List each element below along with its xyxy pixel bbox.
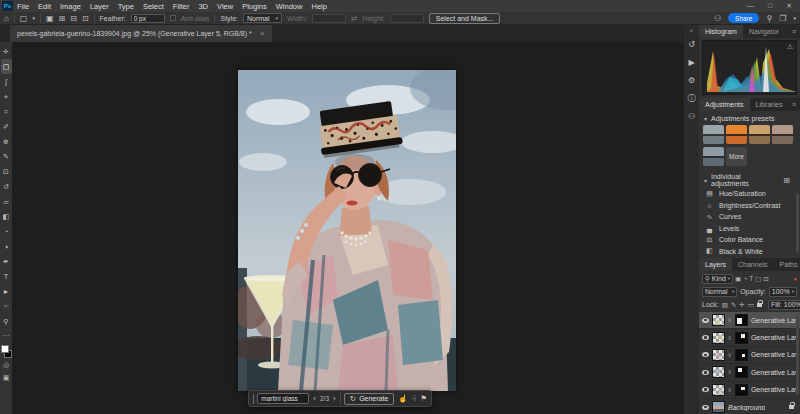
filter-smart-objects-icon[interactable]: ⊡ [763, 275, 768, 283]
layer-mask-thumbnail[interactable] [735, 366, 748, 378]
color-swatches[interactable] [1, 345, 12, 358]
layer-row-generative-1[interactable]: ∞ Generative Layer 1 [699, 382, 800, 399]
share-button[interactable]: Share [728, 13, 759, 23]
info-icon[interactable]: ⓘ [685, 91, 699, 106]
fill-select[interactable]: Fill: 100% ▾ [768, 300, 800, 310]
chevron-down-icon[interactable]: ▾ [32, 14, 35, 23]
hand-tool[interactable]: ☜ [1, 299, 12, 314]
more-presets-button[interactable]: More [726, 147, 747, 166]
layer-thumbnail[interactable] [712, 401, 725, 413]
filter-adjustment-layers-icon[interactable]: ◔ [743, 275, 747, 282]
menu-item[interactable]: File [17, 2, 29, 11]
report-flag-icon[interactable]: ⚑ [420, 394, 427, 403]
select-and-mask-button[interactable]: Select and Mask... [429, 13, 501, 24]
preset-thumbnail[interactable] [703, 147, 724, 166]
subtract-selection-icon[interactable]: ⊟ [70, 14, 77, 23]
tab-adjustments[interactable]: Adjustments [699, 98, 750, 111]
home-icon[interactable]: ⌂ [4, 14, 9, 23]
feather-input[interactable] [131, 14, 165, 23]
individual-adjustments-header[interactable]: ▾ Individual adjustments ⊞ [699, 174, 800, 186]
layer-row-generative-2[interactable]: ∞ Generative Layer 2 [699, 364, 800, 381]
lock-position-icon[interactable]: ✛ [739, 301, 744, 309]
tab-layers[interactable]: Layers [699, 258, 732, 271]
opacity-select[interactable]: 100% ▾ [769, 287, 797, 297]
thumbs-down-icon[interactable]: ☟ [412, 394, 417, 403]
next-variation-icon[interactable]: › [333, 394, 336, 403]
adjustment-item[interactable]: ◧ Black & White [699, 246, 800, 258]
move-tool[interactable]: ✛ [1, 44, 12, 59]
object-selection-tool[interactable]: ⌖ [1, 89, 12, 104]
collapse-panels-icon[interactable]: « [690, 27, 693, 33]
scrollbar-thumb[interactable] [796, 193, 799, 253]
search-icon[interactable]: ⚲ [766, 14, 772, 23]
menu-item[interactable]: Edit [38, 2, 51, 11]
adjustment-item[interactable]: ▤ Hue/Saturation [699, 188, 800, 200]
menu-item[interactable]: Plugins [242, 2, 267, 11]
filter-kind-select[interactable]: ⚲ Kind ▾ [702, 274, 733, 284]
layer-row-background[interactable]: Background [699, 399, 800, 414]
foreground-color-swatch[interactable] [1, 345, 9, 353]
document-tab[interactable]: pexels-gabriela-guerino-1839904.jpg @ 25… [10, 25, 272, 42]
clone-stamp-tool[interactable]: ⊡ [1, 164, 12, 179]
panel-menu-icon[interactable]: ≡ [792, 101, 800, 108]
chevron-down-icon[interactable]: ▾ [793, 14, 796, 23]
blend-mode-select[interactable]: Normal ▾ [702, 287, 737, 297]
preset-thumbnail[interactable] [703, 125, 724, 144]
adjustment-item[interactable]: ⚖ Color Balance [699, 234, 800, 246]
visibility-eye-icon[interactable] [702, 370, 709, 375]
canvas-area[interactable]: ‹ 2/3 › ↻ Generate ☝ ☟ ⚑ [12, 42, 683, 414]
width-input[interactable] [312, 14, 346, 23]
tab-libraries[interactable]: Libraries [750, 98, 789, 111]
layer-mask-thumbnail[interactable] [735, 384, 748, 396]
mask-link-icon[interactable]: ∞ [727, 336, 733, 340]
zoom-tool[interactable]: ⚲ [1, 314, 12, 329]
style-select[interactable]: Normal ▾ [243, 13, 282, 23]
menu-item[interactable]: Window [276, 2, 303, 11]
visibility-eye-icon[interactable] [702, 387, 709, 392]
preset-thumbnail[interactable] [749, 125, 770, 144]
scrollbar-thumb[interactable] [796, 315, 799, 395]
layer-mask-thumbnail[interactable] [735, 314, 748, 326]
menu-item[interactable]: Image [60, 2, 81, 11]
layer-row-generative-4[interactable]: ∞ Generative Layer 4 [699, 329, 800, 346]
adjustment-item[interactable]: ☼ Brightness/Contrast [699, 200, 800, 212]
workspace-switcher-icon[interactable]: ❐ [779, 14, 786, 23]
layer-thumbnail[interactable] [712, 384, 725, 396]
new-selection-icon[interactable]: ▣ [46, 14, 54, 23]
close-tab-icon[interactable]: ✕ [260, 30, 265, 37]
anti-alias-checkbox[interactable] [170, 15, 176, 21]
screen-mode-icon[interactable]: ▣ [1, 371, 12, 384]
menu-item[interactable]: Filter [173, 2, 190, 11]
lock-image-pixels-icon[interactable]: ✎ [731, 301, 736, 309]
mask-link-icon[interactable]: ∞ [727, 318, 733, 322]
tab-channels[interactable]: Channels [732, 258, 774, 271]
edit-toolbar-icon[interactable]: ⋯ [1, 329, 12, 342]
history-icon[interactable]: ↺ [685, 37, 699, 52]
generate-button[interactable]: ↻ Generate [344, 393, 394, 405]
blur-tool[interactable]: ◔ [1, 224, 12, 239]
layer-thumbnail[interactable] [712, 366, 725, 378]
menu-item[interactable]: Type [118, 2, 134, 11]
menu-item[interactable]: View [217, 2, 233, 11]
dodge-tool[interactable]: ◑ [1, 239, 12, 254]
filter-pixel-layers-icon[interactable]: ▣ [735, 275, 741, 283]
adjustment-item[interactable]: ∿ Curves [699, 211, 800, 223]
minimize-button[interactable]: — [747, 2, 754, 10]
type-tool[interactable]: T [1, 269, 12, 284]
filter-toggle-icon[interactable]: ● [793, 276, 797, 282]
thumbs-up-icon[interactable]: ☝ [398, 394, 407, 403]
mask-link-icon[interactable]: ∞ [727, 388, 733, 392]
layer-mask-thumbnail[interactable] [735, 332, 748, 344]
layer-thumbnail[interactable] [712, 332, 725, 344]
contextual-task-bar[interactable]: ‹ 2/3 › ↻ Generate ☝ ☟ ⚑ [248, 390, 432, 407]
adjustment-item[interactable]: ▄ Levels [699, 223, 800, 235]
preset-thumbnail[interactable] [726, 125, 747, 144]
lock-all-icon[interactable] [757, 303, 762, 307]
layer-mask-thumbnail[interactable] [735, 349, 748, 361]
brush-tool[interactable]: ✎ [1, 149, 12, 164]
filter-type-layers-icon[interactable]: T [749, 275, 753, 282]
mask-link-icon[interactable]: ∞ [727, 353, 733, 357]
grid-view-icon[interactable]: ⊞ [783, 176, 795, 185]
lock-transparent-pixels-icon[interactable]: ▨ [722, 301, 728, 309]
tab-histogram[interactable]: Histogram [699, 25, 743, 38]
